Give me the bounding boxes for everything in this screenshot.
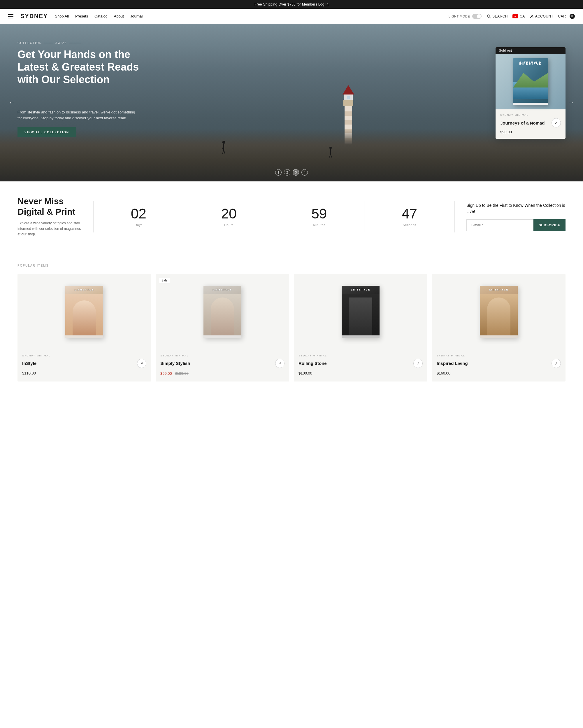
account-button[interactable]: ACCOUNT (530, 14, 554, 18)
product-brand-4: SYDNAY MINIMAL (437, 354, 561, 357)
minutes-label: Minutes (277, 223, 361, 227)
product-card-1: LIFESTYLE SYDNAY MINIMAL InStyle ↗ $110.… (18, 274, 151, 382)
magazine-cover-4: LIFESTYLE (480, 286, 518, 338)
hamburger-menu[interactable] (8, 14, 13, 18)
countdown-hours: 20 Hours (184, 201, 274, 232)
product-name-row-2: Simply Stylish ↗ (160, 359, 284, 368)
dot-2[interactable]: 2 (284, 169, 290, 176)
banner-login-link[interactable]: Log In (318, 2, 329, 6)
svg-marker-10 (342, 85, 354, 95)
dot-4[interactable]: 4 (301, 169, 308, 176)
nav-item-shop-all[interactable]: Shop All (55, 14, 69, 18)
main-nav: Shop All Presets Catalog About Journal (55, 14, 142, 18)
nav-item-catalog[interactable]: Catalog (94, 14, 108, 18)
cart-button[interactable]: CART 0 (558, 14, 575, 19)
sale-badge-2: Sale (159, 278, 170, 283)
hero-product-image: LIFESTYLE (496, 54, 565, 109)
product-card-info-1: SYDNAY MINIMAL InStyle ↗ $110.00 (18, 350, 151, 381)
hero-arrow-left[interactable]: ← (9, 99, 15, 106)
countdown-seconds: 47 Seconds (364, 201, 454, 232)
countdown-section: Never Miss Digital & Print Explore a wid… (0, 181, 583, 252)
search-label: SEARCH (492, 14, 508, 18)
subscribe-block: Sign Up to Be the First to Know When the… (466, 202, 565, 231)
hero-product-brand: SYDNAY MINIMAL (500, 113, 561, 116)
dot-3[interactable]: 3 (293, 169, 299, 176)
banner-text: Free Shipping Over $756 for Members (254, 2, 317, 6)
product-link-button-1[interactable]: ↗ (137, 359, 146, 368)
nav-item-journal[interactable]: Journal (130, 14, 143, 18)
countdown-text-block: Never Miss Digital & Print Explore a wid… (18, 196, 82, 237)
product-price-3: $100.00 (299, 371, 423, 375)
days-value: 02 (96, 207, 181, 221)
magazine-cover-2: LIFESTYLE (203, 286, 241, 338)
hero-product-info: SYDNAY MINIMAL Journeys of a Nomad ↗ $90… (496, 109, 565, 139)
magazine-cover-1: LIFESTYLE (65, 286, 103, 338)
product-link-button-2[interactable]: ↗ (275, 359, 284, 368)
svg-rect-11 (347, 96, 350, 99)
country-selector[interactable]: CA (512, 14, 525, 18)
product-card-3: LIFESTYLE SYDNAY MINIMAL Rolling Stone ↗… (294, 274, 427, 382)
hero-dots: 1 2 3 4 (275, 169, 308, 176)
product-name-4: Inspired Living (437, 361, 468, 366)
countdown-numbers: 02 Days 20 Hours 59 Minutes 47 Seconds (93, 201, 455, 232)
hero-description: From lifestyle and fashion to business a… (18, 109, 140, 122)
hero-collection-label: COLLECTION AW'22 (18, 42, 140, 45)
hero-title: Get Your Hands on the Latest & Greatest … (18, 48, 140, 86)
account-icon (530, 14, 534, 18)
product-card-4: LIFESTYLE SYDNAY MINIMAL Inspired Living… (432, 274, 565, 382)
products-grid: LIFESTYLE SYDNAY MINIMAL InStyle ↗ $110.… (18, 274, 565, 382)
light-mode-label: LIGHT MODE (449, 15, 470, 18)
svg-rect-4 (344, 111, 352, 116)
product-price-1: $110.00 (22, 371, 146, 375)
site-logo[interactable]: SYDNEY (20, 13, 48, 20)
nav-item-about[interactable]: About (114, 14, 124, 18)
product-name-3: Rolling Stone (299, 361, 327, 366)
hero-product-price: $90.00 (500, 130, 561, 134)
hours-label: Hours (187, 223, 271, 227)
product-brand-3: SYDNAY MINIMAL (299, 354, 423, 357)
svg-line-17 (222, 150, 224, 154)
cart-count: 0 (570, 14, 575, 19)
product-name-2: Simply Stylish (160, 361, 190, 366)
light-mode-toggle[interactable]: LIGHT MODE (449, 14, 481, 19)
days-label: Days (96, 223, 181, 227)
popular-section: POPULAR ITEMS LIFESTYLE SYDNAY MINIMAL I… (0, 252, 583, 399)
product-link-button-4[interactable]: ↗ (552, 359, 561, 368)
hero-product-card: Sold out LIFESTYLE SYDNAY MINIMAL Journe… (496, 47, 565, 139)
header: SYDNEY Shop All Presets Catalog About Jo… (0, 9, 583, 24)
hero-arrow-right[interactable]: → (568, 99, 574, 106)
seconds-value: 47 (367, 207, 451, 221)
toggle-switch[interactable] (472, 14, 481, 19)
cart-label: CART (558, 14, 568, 18)
product-price-4: $160.00 (437, 371, 561, 375)
product-card-image-3: LIFESTYLE (294, 274, 427, 350)
svg-line-1 (490, 17, 491, 18)
dot-1[interactable]: 1 (275, 169, 282, 176)
product-name-row-4: Inspired Living ↗ (437, 359, 561, 368)
product-card-info-3: SYDNAY MINIMAL Rolling Stone ↗ $100.00 (294, 350, 427, 381)
svg-point-2 (531, 15, 532, 16)
account-label: ACCOUNT (535, 14, 554, 18)
product-brand-2: SYDNAY MINIMAL (160, 354, 284, 357)
hero-content: COLLECTION AW'22 Get Your Hands on the L… (18, 42, 140, 137)
email-input[interactable] (466, 219, 533, 231)
search-button[interactable]: SEARCH (487, 14, 508, 18)
countdown-days: 02 Days (93, 201, 184, 232)
product-price-2: $99.00 $130.00 (160, 371, 284, 376)
hero-product-name: Journeys of a Nomad (500, 121, 545, 125)
nav-item-presets[interactable]: Presets (75, 14, 88, 18)
svg-line-21 (329, 154, 331, 157)
product-card-2: Sale LIFESTYLE SYDNAY MINIMAL Simply Sty… (156, 274, 289, 382)
product-link-button-3[interactable]: ↗ (413, 359, 423, 368)
hero-product-link-button[interactable]: ↗ (552, 118, 561, 127)
hours-value: 20 (187, 207, 271, 221)
hero-section: COLLECTION AW'22 Get Your Hands on the L… (0, 24, 583, 181)
product-card-image-2: LIFESTYLE (156, 274, 289, 350)
product-name-row-1: InStyle ↗ (22, 359, 146, 368)
product-brand-1: SYDNAY MINIMAL (22, 354, 146, 357)
svg-rect-5 (344, 120, 352, 125)
popular-section-label: POPULAR ITEMS (18, 264, 565, 267)
subscribe-button[interactable]: SUBSCRIBE (533, 219, 565, 231)
product-card-info-2: SYDNAY MINIMAL Simply Stylish ↗ $99.00 $… (156, 350, 289, 382)
hero-cta-button[interactable]: VIEW ALL COLLECTION (18, 127, 76, 137)
